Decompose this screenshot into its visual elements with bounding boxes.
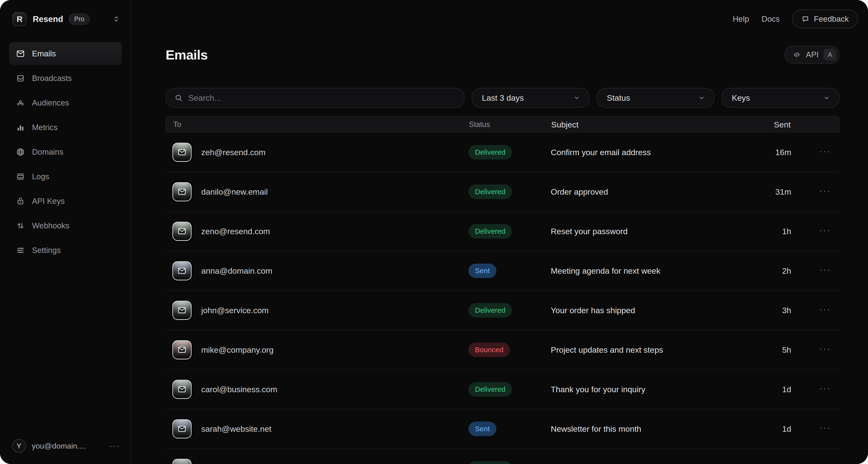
menu-cell: ···	[810, 347, 839, 353]
user-account-row[interactable]: Y you@domain.... ···	[0, 439, 131, 464]
workspace-switcher[interactable]: R Resend Pro	[0, 0, 131, 26]
email-row[interactable]: mike@company.org Bounced Project updates…	[165, 330, 839, 370]
search-input[interactable]	[188, 93, 456, 103]
email-row[interactable]: carol@business.com Delivered Thank you f…	[165, 370, 839, 409]
workspace-name: Resend	[33, 14, 63, 24]
status-badge: Sent	[468, 422, 496, 436]
row-menu-button[interactable]: ···	[819, 185, 831, 196]
row-menu-button[interactable]: ···	[819, 304, 831, 314]
status-cell: Bounced	[468, 343, 551, 357]
sidebar-item-broadcasts[interactable]: Broadcasts	[9, 67, 122, 90]
email-row[interactable]: zeh@resend.com Delivered Confirm your em…	[165, 133, 839, 172]
sidebar-item-audiences[interactable]: Audiences	[9, 91, 122, 114]
bar-chart-icon	[16, 123, 25, 132]
user-menu-button[interactable]: ···	[109, 444, 120, 448]
status-badge: Delivered	[468, 184, 512, 199]
status-cell: Delivered	[468, 224, 551, 238]
table-header: To Status Subject Sent	[165, 116, 839, 133]
sidebar-item-settings[interactable]: Settings	[9, 239, 122, 262]
plan-badge: Pro	[68, 13, 90, 25]
docs-link[interactable]: Docs	[762, 14, 780, 24]
broadcast-icon	[16, 74, 25, 83]
subject-cell: Your order has shipped	[551, 306, 748, 315]
to-cell: anna@domain.com	[172, 261, 468, 281]
chevron-down-icon	[573, 94, 580, 102]
menu-cell: ···	[810, 268, 839, 274]
api-button-label: API	[806, 50, 819, 59]
api-button[interactable]: API A	[785, 46, 839, 64]
email-row[interactable]: john@service.com Delivered Your order ha…	[165, 291, 839, 330]
subject-cell: Meeting agenda for next week	[551, 266, 748, 276]
keys-dropdown[interactable]: Keys	[722, 88, 839, 108]
status-cell: Delivered	[468, 303, 551, 318]
to-cell: carol@business.com	[172, 380, 468, 399]
sent-time-cell: 1h	[748, 227, 810, 236]
status-badge: Bounced	[468, 343, 510, 357]
chevron-up-down-icon[interactable]	[112, 15, 120, 23]
help-link[interactable]: Help	[733, 14, 749, 24]
to-cell: mike@company.org	[172, 340, 468, 359]
column-header-sent: Sent	[747, 120, 810, 129]
menu-cell: ···	[810, 307, 839, 313]
email-row[interactable]: anna@domain.com Sent Meeting agenda for …	[165, 251, 839, 291]
sent-time-cell: 2h	[748, 266, 810, 276]
search-box[interactable]	[165, 88, 465, 108]
sidebar-item-webhooks[interactable]: Webhooks	[9, 214, 122, 237]
date-range-value: Last 3 days	[482, 93, 524, 103]
envelope-icon	[172, 301, 192, 320]
sidebar-item-metrics[interactable]: Metrics	[9, 116, 122, 139]
status-badge: Delivered	[468, 461, 512, 464]
status-badge: Delivered	[468, 224, 512, 238]
row-menu-button[interactable]: ···	[819, 264, 831, 275]
row-menu-button[interactable]: ···	[819, 383, 831, 394]
envelope-icon	[172, 222, 192, 241]
to-cell: zeno@resend.com	[172, 222, 468, 241]
sent-time-cell: 5h	[748, 345, 810, 355]
chevron-down-icon	[698, 94, 705, 102]
status-cell: Sent	[468, 264, 551, 278]
feedback-button[interactable]: Feedback	[792, 10, 858, 28]
sliders-icon	[16, 245, 25, 255]
keys-value: Keys	[732, 93, 750, 103]
envelope-icon	[172, 182, 192, 201]
main-content: Help Docs Feedback Emails API	[131, 0, 868, 464]
email-row[interactable]: danilo@new.email Delivered Order approve…	[165, 172, 839, 212]
recipient-email: zeno@resend.com	[201, 227, 270, 236]
email-row[interactable]: zeno@resend.com Delivered Reset your pas…	[165, 212, 839, 251]
sidebar-item-domains[interactable]: Domains	[9, 141, 122, 163]
sidebar-item-api-keys[interactable]: API Keys	[9, 190, 122, 212]
sidebar-item-label: Broadcasts	[32, 74, 72, 83]
envelope-icon	[172, 143, 192, 162]
to-cell: zeh@resend.com	[172, 143, 468, 162]
resend-logo-letter: R	[17, 14, 22, 24]
to-cell: sarah@website.net	[172, 419, 468, 438]
sidebar-item-emails[interactable]: Emails	[9, 42, 122, 65]
to-cell	[172, 459, 468, 464]
sent-time-cell: 3h	[748, 306, 810, 315]
date-range-dropdown[interactable]: Last 3 days	[472, 88, 589, 108]
subject-cell: Reset your password	[551, 227, 748, 236]
row-menu-button[interactable]: ···	[819, 225, 831, 235]
menu-cell: ···	[810, 149, 839, 155]
page-title: Emails	[165, 47, 208, 63]
sidebar-item-label: Webhooks	[32, 221, 69, 230]
sidebar-item-label: API Keys	[32, 197, 65, 206]
email-row-partial[interactable]: Delivered	[165, 449, 839, 464]
row-menu-button[interactable]: ···	[819, 343, 831, 354]
email-row[interactable]: sarah@website.net Sent Newsletter for th…	[165, 409, 839, 449]
status-dropdown[interactable]: Status	[597, 88, 714, 108]
sidebar-item-logs[interactable]: Logs	[9, 165, 122, 188]
status-cell: Sent	[468, 422, 551, 436]
sidebar-item-label: Domains	[32, 147, 63, 156]
topbar: Help Docs Feedback	[733, 10, 858, 28]
row-menu-button[interactable]: ···	[819, 146, 831, 156]
sidebar-item-label: Settings	[32, 246, 61, 255]
column-header-status: Status	[469, 120, 551, 129]
to-cell: danilo@new.email	[172, 182, 468, 201]
lock-icon	[16, 196, 25, 206]
audiences-icon	[16, 98, 25, 108]
api-shortcut-key: A	[824, 49, 836, 61]
row-menu-button[interactable]: ···	[819, 422, 831, 433]
menu-cell: ···	[810, 426, 839, 432]
recipient-email: john@service.com	[201, 306, 269, 315]
